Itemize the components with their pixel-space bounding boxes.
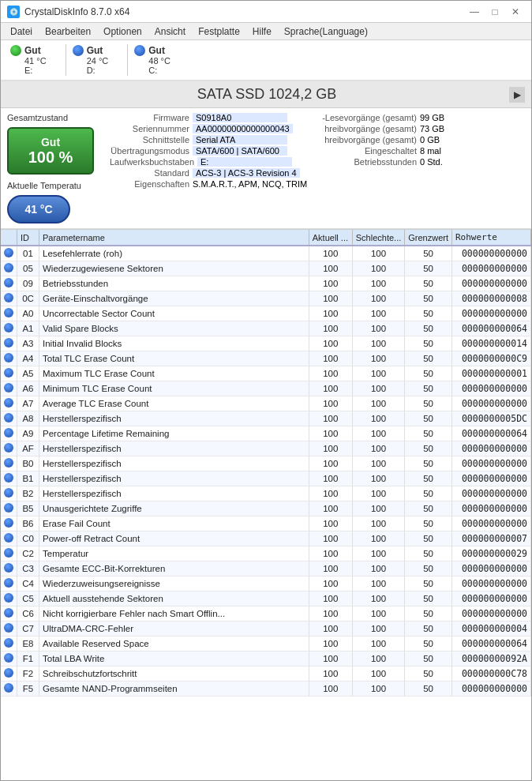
row-dot [4, 443, 13, 452]
row-id: A7 [17, 396, 39, 411]
row-current: 100 [309, 336, 352, 351]
table-row[interactable]: C2 Temperatur 100 100 50 000000000029 [1, 546, 531, 561]
drive-status-e[interactable]: Gut 41 °C E: [7, 43, 62, 77]
power-hours-val: 0 Std. [420, 157, 443, 167]
smart-table: ID Parametername Aktuell ... Schlechte..… [1, 230, 531, 697]
row-dot-cell [1, 561, 17, 576]
table-row[interactable]: A4 Total TLC Erase Count 100 100 50 0000… [1, 351, 531, 366]
row-id: F2 [17, 666, 39, 681]
drive-status-c[interactable]: Gut 48 °C C: [131, 43, 186, 77]
menu-options[interactable]: Optionen [97, 23, 148, 40]
row-dot [4, 458, 13, 467]
table-row[interactable]: C0 Power-off Retract Count 100 100 50 00… [1, 531, 531, 546]
table-row[interactable]: 01 Lesefehlerrate (roh) 100 100 50 00000… [1, 246, 531, 261]
row-dot-cell [1, 531, 17, 546]
row-dot-cell [1, 501, 17, 516]
row-raw: 000000000000 [452, 381, 531, 396]
menu-edit[interactable]: Bearbeiten [39, 23, 97, 40]
drive-statusbar: Gut 41 °C E: Gut 24 °C D: Gut 48 °C C: [1, 40, 531, 81]
table-row[interactable]: A9 Percentage Lifetime Remaining 100 100… [1, 426, 531, 441]
menu-view[interactable]: Ansicht [148, 23, 192, 40]
temp-display: 41 °C [24, 203, 52, 216]
table-row[interactable]: B2 Herstellerspezifisch 100 100 50 00000… [1, 486, 531, 501]
row-current: 100 [309, 366, 352, 381]
features-label: Eigenschaften [110, 179, 193, 189]
table-row[interactable]: A0 Uncorrectable Sector Count 100 100 50… [1, 306, 531, 321]
table-row[interactable]: A3 Initial Invalid Blocks 100 100 50 000… [1, 336, 531, 351]
row-current: 100 [309, 606, 352, 621]
right-panel: Firmware S0918A0 -Lesevorgänge (gesamt) … [110, 113, 525, 223]
smart-table-body: 01 Lesefehlerrate (roh) 100 100 50 00000… [1, 246, 531, 697]
row-worst: 100 [352, 366, 404, 381]
row-name: Unausgerichtete Zugriffe [39, 501, 309, 516]
row-raw: 000000000000 [452, 276, 531, 291]
close-button[interactable]: ✕ [506, 4, 525, 20]
transfer-val: SATA/600 | SATA/600 [193, 146, 287, 156]
drive-status-d[interactable]: Gut 24 °C D: [69, 43, 125, 77]
serial-val: AA00000000000000043 [193, 124, 293, 133]
table-row[interactable]: B0 Herstellerspezifisch 100 100 50 00000… [1, 456, 531, 471]
table-row[interactable]: F5 Gesamte NAND-Programmseiten 100 100 5… [1, 681, 531, 697]
menu-language[interactable]: Sprache(Language) [278, 23, 374, 40]
table-row[interactable]: C7 UltraDMA-CRC-Fehler 100 100 50 000000… [1, 621, 531, 636]
table-row[interactable]: E8 Available Reserved Space 100 100 50 0… [1, 636, 531, 651]
row-raw: 000000000064 [452, 426, 531, 441]
row-id: B5 [17, 501, 39, 516]
row-name: Temperatur [39, 546, 309, 561]
table-row[interactable]: 0C Geräte-Einschaltvorgänge 100 100 50 0… [1, 291, 531, 306]
row-current: 100 [309, 546, 352, 561]
row-dot [4, 533, 13, 543]
drive-dot-d [73, 45, 84, 56]
row-dot-cell [1, 336, 17, 351]
table-row[interactable]: A7 Average TLC Erase Count 100 100 50 00… [1, 396, 531, 411]
table-row[interactable]: C3 Gesamte ECC-Bit-Korrekturen 100 100 5… [1, 561, 531, 576]
table-row[interactable]: AF Herstellerspezifisch 100 100 50 00000… [1, 441, 531, 456]
table-row[interactable]: 05 Wiederzugewiesene Sektoren 100 100 50… [1, 261, 531, 276]
table-row[interactable]: F1 Total LBA Write 100 100 50 0000000009… [1, 651, 531, 666]
overall-label: Gesamtzustand [7, 113, 68, 122]
menu-file[interactable]: Datei [4, 23, 39, 40]
menu-help[interactable]: Hilfe [246, 23, 278, 40]
row-thresh: 50 [405, 471, 452, 486]
row-dot [4, 548, 13, 558]
minimize-button[interactable]: — [465, 4, 484, 20]
table-row[interactable]: C4 Wiederzuweisungsereignisse 100 100 50… [1, 576, 531, 591]
row-current: 100 [309, 276, 352, 291]
row-raw: 000000000000 [452, 261, 531, 276]
table-row[interactable]: F2 Schreibschutzfortschritt 100 100 50 0… [1, 666, 531, 681]
row-worst: 100 [352, 261, 404, 276]
row-name: Initial Invalid Blocks [39, 336, 309, 351]
row-name: Herstellerspezifisch [39, 471, 309, 486]
row-id: AF [17, 441, 39, 456]
row-thresh: 50 [405, 381, 452, 396]
row-worst: 100 [352, 246, 404, 261]
row-thresh: 50 [405, 606, 452, 621]
row-dot [4, 413, 13, 422]
row-thresh: 50 [405, 621, 452, 636]
row-dot-cell [1, 276, 17, 291]
table-row[interactable]: B1 Herstellerspezifisch 100 100 50 00000… [1, 471, 531, 486]
row-dot [4, 518, 13, 528]
menu-disk[interactable]: Festplatte [192, 23, 246, 40]
table-row[interactable]: A1 Valid Spare Blocks 100 100 50 0000000… [1, 321, 531, 336]
row-dot-cell [1, 576, 17, 591]
table-row[interactable]: 09 Betriebsstunden 100 100 50 0000000000… [1, 276, 531, 291]
table-row[interactable]: A6 Minimum TLC Erase Count 100 100 50 00… [1, 381, 531, 396]
col-worst: Schlechte... [352, 230, 404, 246]
table-row[interactable]: B5 Unausgerichtete Zugriffe 100 100 50 0… [1, 501, 531, 516]
row-thresh: 50 [405, 531, 452, 546]
row-name: Gesamte ECC-Bit-Korrekturen [39, 561, 309, 576]
table-row[interactable]: C5 Aktuell ausstehende Sektoren 100 100 … [1, 591, 531, 606]
table-row[interactable]: A8 Herstellerspezifisch 100 100 50 00000… [1, 411, 531, 426]
nav-arrow-button[interactable]: ▶ [509, 87, 525, 103]
row-dot-cell [1, 246, 17, 261]
row-raw: 000000000007 [452, 531, 531, 546]
row-dot-cell [1, 291, 17, 306]
table-row[interactable]: A5 Maximum TLC Erase Count 100 100 50 00… [1, 366, 531, 381]
row-id: 05 [17, 261, 39, 276]
disk-title-bar: SATA SSD 1024,2 GB ▶ [1, 81, 531, 108]
table-row[interactable]: C6 Nicht korrigierbare Fehler nach Smart… [1, 606, 531, 621]
maximize-button[interactable]: □ [485, 4, 504, 20]
row-raw: 000000000C78 [452, 666, 531, 681]
table-row[interactable]: B6 Erase Fail Count 100 100 50 000000000… [1, 516, 531, 531]
